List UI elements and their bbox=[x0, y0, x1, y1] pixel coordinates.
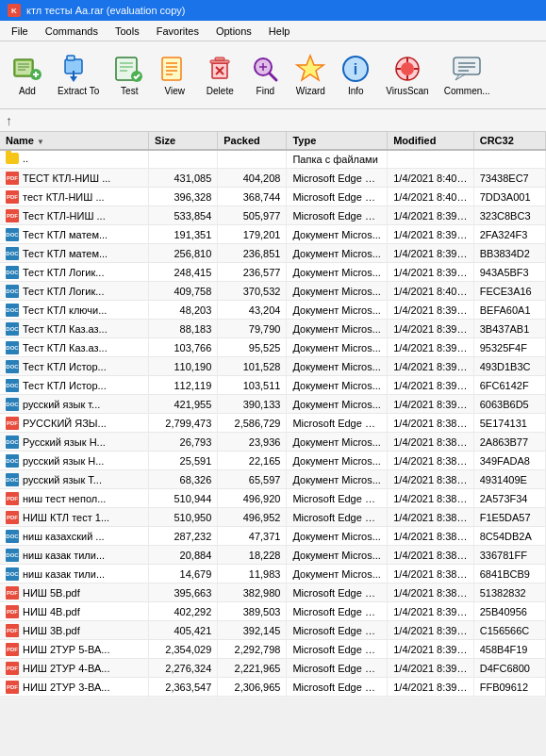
table-row[interactable]: DOC Тест КТЛ Истор...112,119103,511Докум… bbox=[0, 376, 546, 395]
view-button[interactable]: View bbox=[153, 47, 196, 104]
table-row[interactable]: DOC Тест КТЛ матем...256,810236,851Докум… bbox=[0, 244, 546, 263]
add-button[interactable]: Add bbox=[6, 47, 49, 104]
col-header-modified[interactable]: Modified bbox=[388, 132, 474, 150]
table-row[interactable]: PDF НИШ 5В.pdf395,663382,980Microsoft Ed… bbox=[0, 583, 546, 602]
extract-button[interactable]: Extract To bbox=[51, 47, 106, 104]
file-packed: 404,208 bbox=[218, 169, 287, 188]
table-row[interactable]: DOC ниш казак тили...20,88418,228Докумен… bbox=[0, 546, 546, 565]
table-row[interactable]: DOC Тест КТЛ матем...191,351179,201Докум… bbox=[0, 225, 546, 244]
file-size: 405,421 bbox=[149, 621, 218, 640]
svg-marker-41 bbox=[455, 74, 465, 80]
info-button[interactable]: i Info bbox=[334, 47, 377, 104]
menu-options[interactable]: Options bbox=[208, 24, 259, 39]
file-packed: 101,528 bbox=[218, 357, 287, 376]
file-modified: 1/4/2021 8:40 ... bbox=[388, 282, 474, 301]
table-row[interactable]: PDF НИШ 2ТУР 3-ВА...2,363,5472,306,965Mi… bbox=[0, 678, 546, 697]
menu-favorites[interactable]: Favorites bbox=[149, 24, 207, 39]
file-crc32: 7DD3A001 bbox=[473, 188, 545, 206]
table-row[interactable]: PDF РУССКИЙ ЯЗЫ...2,799,4732,586,729Micr… bbox=[0, 414, 546, 433]
table-row[interactable]: DOC Тест КТЛ Каз.аз...103,76695,525Докум… bbox=[0, 338, 546, 357]
file-name-cell: PDF НИШ 5В.pdf bbox=[0, 583, 149, 602]
comment-icon bbox=[452, 54, 482, 84]
col-header-size[interactable]: Size bbox=[149, 132, 218, 150]
svg-rect-17 bbox=[162, 58, 181, 80]
table-row[interactable]: PDF ниш тест непол...510,944496,920Micro… bbox=[0, 489, 546, 508]
doc-icon: DOC bbox=[6, 379, 19, 392]
table-row[interactable]: PDF НИШ 4В.pdf402,292389,503Microsoft Ed… bbox=[0, 602, 546, 621]
table-row[interactable]: DOC ниш казахский ...287,23247,371Докуме… bbox=[0, 527, 546, 546]
file-size: 2,363,547 bbox=[149, 678, 218, 697]
file-packed: 23,936 bbox=[218, 433, 287, 452]
menu-tools[interactable]: Tools bbox=[108, 24, 147, 39]
file-modified: 1/4/2021 8:39 ... bbox=[388, 659, 474, 678]
delete-button[interactable]: Delete bbox=[198, 47, 241, 104]
file-name-cell: PDF ниш тест непол... bbox=[0, 489, 149, 508]
col-header-packed[interactable]: Packed bbox=[218, 132, 287, 150]
table-row[interactable]: DOC русский язык Н...25,59122,165Докумен… bbox=[0, 452, 546, 470]
file-crc32: 6FC6142F bbox=[473, 376, 545, 395]
table-row[interactable]: DOC русский язык т...421,955390,133Докум… bbox=[0, 395, 546, 414]
table-row[interactable]: PDF ТЕСТ КТЛ-НИШ ...431,085404,208Micros… bbox=[0, 169, 546, 188]
test-button[interactable]: Test bbox=[108, 47, 151, 104]
table-row[interactable]: DOC Тест КТЛ ключи...48,20343,204Докумен… bbox=[0, 301, 546, 320]
file-name: .. bbox=[23, 153, 28, 164]
pdf-icon: PDF bbox=[6, 586, 19, 600]
svg-rect-1 bbox=[16, 61, 31, 74]
file-modified: 1/4/2021 8:39 ... bbox=[388, 697, 474, 698]
table-row[interactable]: PDF тест КТЛ-НИШ ...396,328368,744Micros… bbox=[0, 188, 546, 206]
comment-button[interactable]: Commen... bbox=[438, 47, 497, 104]
file-size: 88,183 bbox=[149, 320, 218, 338]
file-name-cell: DOC ниш казахский ... bbox=[0, 527, 149, 546]
table-row[interactable]: DOC Тест КТЛ Логик...248,415236,577Докум… bbox=[0, 263, 546, 282]
title-text: ктл тесты Aa.rar (evaluation copy) bbox=[26, 5, 186, 16]
wizard-button[interactable]: Wizard bbox=[289, 47, 332, 104]
up-arrow[interactable]: ↑ bbox=[6, 113, 12, 128]
view-icon bbox=[159, 54, 190, 84]
file-type: Документ Micros... bbox=[287, 301, 388, 320]
menu-help[interactable]: Help bbox=[261, 24, 298, 39]
table-row[interactable]: PDF НИШ 3В.pdf405,421392,145Microsoft Ed… bbox=[0, 621, 546, 640]
virusscan-button[interactable]: VirusScan bbox=[379, 47, 435, 104]
file-name-cell: DOC Тест КТЛ Логик... bbox=[0, 282, 149, 301]
test-icon bbox=[114, 54, 144, 84]
pdf-icon: PDF bbox=[6, 172, 19, 185]
file-modified: 1/4/2021 8:38 ... bbox=[388, 527, 474, 546]
table-row[interactable]: DOC русский язык Т...68,32665,597Докумен… bbox=[0, 470, 546, 489]
table-header-row: Name ▼ Size Packed Type Modified CRC32 bbox=[0, 132, 546, 150]
table-row[interactable]: PDF НИШ 2ТУР 4-ВА...2,276,3242,221,965Mi… bbox=[0, 659, 546, 678]
col-header-type[interactable]: Type bbox=[287, 132, 388, 150]
find-button[interactable]: Find bbox=[243, 47, 287, 104]
table-row[interactable]: PDF Тест КТЛ-НИШ ...533,854505,977Micros… bbox=[0, 206, 546, 225]
col-header-name[interactable]: Name ▼ bbox=[0, 132, 149, 150]
doc-icon: DOC bbox=[6, 549, 19, 562]
file-type: Microsoft Edge PD... bbox=[287, 414, 388, 433]
table-row[interactable]: PDF НИШ 2ТУР 2-ВА...2,402,7802,341,448Mi… bbox=[0, 697, 546, 698]
doc-icon: DOC bbox=[6, 322, 19, 336]
file-type: Документ Micros... bbox=[287, 527, 388, 546]
file-name-cell: DOC русский язык Н... bbox=[0, 452, 149, 470]
table-row[interactable]: DOC ниш казак тили...14,67911,983Докумен… bbox=[0, 565, 546, 583]
file-list-container[interactable]: Name ▼ Size Packed Type Modified CRC32 .… bbox=[0, 132, 546, 698]
menu-commands[interactable]: Commands bbox=[38, 24, 106, 39]
pdf-icon: PDF bbox=[6, 681, 19, 694]
file-name: русский язык Т... bbox=[23, 474, 102, 485]
table-row[interactable]: DOC Русский язык Н...26,79323,936Докумен… bbox=[0, 433, 546, 452]
table-row[interactable]: PDF НИШ КТЛ тест 1...510,950496,952Micro… bbox=[0, 508, 546, 527]
file-name: Тест КТЛ матем... bbox=[23, 248, 108, 259]
file-name: Тест КТЛ Истор... bbox=[23, 361, 107, 372]
file-name: НИШ 2ТУР 3-ВА... bbox=[23, 682, 109, 693]
menu-file[interactable]: File bbox=[4, 24, 36, 39]
pdf-icon: PDF bbox=[6, 190, 19, 204]
file-name: ниш казак тили... bbox=[23, 568, 105, 580]
file-name-cell: DOC Тест КТЛ Истор... bbox=[0, 376, 149, 395]
table-row[interactable]: DOC Тест КТЛ Истор...110,190101,528Докум… bbox=[0, 357, 546, 376]
file-packed: 179,201 bbox=[218, 225, 287, 244]
title-bar: K ктл тесты Aa.rar (evaluation copy) bbox=[0, 0, 546, 21]
table-row[interactable]: DOC Тест КТЛ Логик...409,758370,532Докум… bbox=[0, 282, 546, 301]
file-modified: 1/4/2021 8:39 ... bbox=[388, 206, 474, 225]
col-header-crc32[interactable]: CRC32 bbox=[473, 132, 545, 150]
table-row[interactable]: ..Папка с файлами bbox=[0, 150, 546, 169]
table-row[interactable]: PDF НИШ 2ТУР 5-ВА...2,354,0292,292,798Mi… bbox=[0, 640, 546, 659]
table-row[interactable]: DOC Тест КТЛ Каз.аз...88,18379,790Докуме… bbox=[0, 320, 546, 338]
file-packed: 11,983 bbox=[218, 565, 287, 583]
